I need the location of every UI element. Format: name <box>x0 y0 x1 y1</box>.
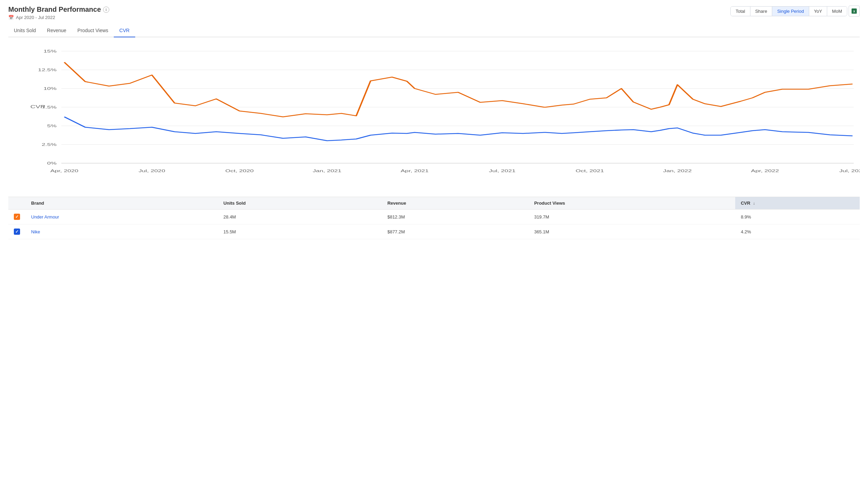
svg-text:Oct, 2021: Oct, 2021 <box>575 169 604 173</box>
table-header-checkbox <box>8 197 26 210</box>
table-header-product-views: Product Views <box>529 197 736 210</box>
svg-text:0%: 0% <box>47 161 57 165</box>
sort-arrow-icon: ↓ <box>753 201 755 206</box>
svg-text:X: X <box>853 10 855 13</box>
metric-tabs: Units Sold Revenue Product Views CVR <box>8 24 860 37</box>
toolbar: Total Share Single Period YoY MoM X <box>730 6 860 17</box>
tab-product-views[interactable]: Product Views <box>72 24 114 37</box>
svg-text:12.5%: 12.5% <box>38 68 57 72</box>
cvr-line-chart: CVR 15% 12.5% 10% 7.5% 5% 2.5% 0% <box>26 44 860 189</box>
nike-cvr: 4.2% <box>735 224 860 239</box>
table-row: ✓ Under Armour 28.4M $812.3M 319.7M 8.9% <box>8 210 860 224</box>
mom-button[interactable]: MoM <box>827 7 847 16</box>
svg-text:5%: 5% <box>47 124 57 128</box>
svg-text:Apr, 2021: Apr, 2021 <box>400 169 428 173</box>
under-armour-checkbox[interactable]: ✓ <box>14 214 20 220</box>
nike-revenue: $877.2M <box>382 224 528 239</box>
svg-text:15%: 15% <box>44 49 57 53</box>
svg-text:Oct, 2020: Oct, 2020 <box>225 169 253 173</box>
svg-text:Jul, 2021: Jul, 2021 <box>489 169 516 173</box>
svg-text:10%: 10% <box>44 86 57 91</box>
svg-text:Jul, 2020: Jul, 2020 <box>139 169 165 173</box>
view-toggle-group: Total Share Single Period YoY MoM <box>730 6 847 16</box>
table-header-revenue: Revenue <box>382 197 528 210</box>
table-header-units-sold: Units Sold <box>218 197 382 210</box>
svg-text:Apr, 2020: Apr, 2020 <box>50 169 78 173</box>
svg-text:Jan, 2022: Jan, 2022 <box>663 169 692 173</box>
nike-link[interactable]: Nike <box>31 229 40 234</box>
under-armour-line <box>64 62 852 117</box>
table-header-brand: Brand <box>26 197 218 210</box>
svg-text:7.5%: 7.5% <box>41 105 56 109</box>
tab-revenue[interactable]: Revenue <box>41 24 72 37</box>
single-period-button[interactable]: Single Period <box>772 7 809 16</box>
nike-checkbox-cell[interactable]: ✓ <box>8 224 26 239</box>
under-armour-units-sold: 28.4M <box>218 210 382 224</box>
under-armour-product-views: 319.7M <box>529 210 736 224</box>
table-header-cvr[interactable]: CVR ↓ <box>735 197 860 210</box>
date-range: Apr 2020 - Jul 2022 <box>16 15 55 20</box>
tab-units-sold[interactable]: Units Sold <box>8 24 41 37</box>
total-button[interactable]: Total <box>731 7 750 16</box>
svg-text:Apr, 2022: Apr, 2022 <box>751 169 779 173</box>
nike-checkbox[interactable]: ✓ <box>14 229 20 235</box>
tab-cvr[interactable]: CVR <box>114 24 135 37</box>
yoy-button[interactable]: YoY <box>809 7 827 16</box>
under-armour-revenue: $812.3M <box>382 210 528 224</box>
info-icon[interactable]: i <box>103 7 109 13</box>
under-armour-link[interactable]: Under Armour <box>31 214 59 220</box>
page-title: Monthly Brand Performance <box>8 6 101 13</box>
calendar-icon: 📅 <box>8 15 14 20</box>
under-armour-brand-cell: Under Armour <box>26 210 218 224</box>
nike-line <box>64 117 852 141</box>
svg-text:2.5%: 2.5% <box>41 142 56 147</box>
nike-units-sold: 15.5M <box>218 224 382 239</box>
table-row: ✓ Nike 15.5M $877.2M 365.1M 4.2% <box>8 224 860 239</box>
under-armour-cvr: 8.9% <box>735 210 860 224</box>
brand-data-table: Brand Units Sold Revenue Product Views C… <box>8 197 860 239</box>
nike-brand-cell: Nike <box>26 224 218 239</box>
excel-export-button[interactable]: X <box>849 6 860 17</box>
nike-product-views: 365.1M <box>529 224 736 239</box>
under-armour-checkbox-cell[interactable]: ✓ <box>8 210 26 224</box>
svg-text:Jan, 2021: Jan, 2021 <box>313 169 341 173</box>
chart-area: CVR 15% 12.5% 10% 7.5% 5% 2.5% 0% <box>8 37 860 194</box>
svg-text:Jul, 2022: Jul, 2022 <box>839 169 860 173</box>
share-button[interactable]: Share <box>750 7 772 16</box>
